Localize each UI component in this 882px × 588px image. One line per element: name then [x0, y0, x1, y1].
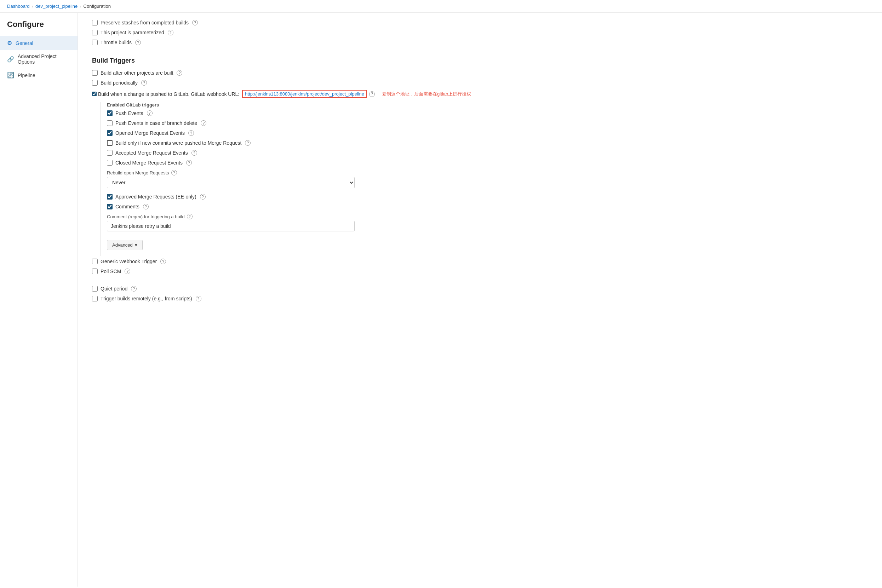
gitlab-trigger-checkbox[interactable] — [92, 92, 97, 96]
generic-webhook-row: Generic Webhook Trigger ? — [92, 259, 868, 264]
opened-merge-request-row: Opened Merge Request Events ? — [107, 130, 868, 136]
build-periodically-checkbox[interactable] — [92, 80, 98, 86]
parameterized-label: This project is parameterized — [101, 30, 164, 35]
preserve-stashes-help-icon[interactable]: ? — [192, 20, 198, 26]
push-events-branch-delete-help-icon[interactable]: ? — [201, 120, 206, 126]
comments-label: Comments — [116, 204, 140, 210]
comment-regex-input[interactable] — [107, 221, 355, 231]
build-after-row: Build after other projects are built ? — [92, 70, 868, 76]
breadcrumb-dashboard[interactable]: Dashboard — [7, 3, 30, 9]
accepted-merge-request-help-icon[interactable]: ? — [191, 150, 197, 156]
quiet-period-help-icon[interactable]: ? — [131, 286, 137, 291]
accepted-merge-request-label: Accepted Merge Request Events — [116, 150, 188, 156]
poll-scm-checkbox[interactable] — [92, 268, 98, 274]
comments-help-icon[interactable]: ? — [143, 204, 149, 210]
comments-checkbox[interactable] — [107, 204, 113, 210]
closed-merge-request-label: Closed Merge Request Events — [116, 160, 183, 166]
throttle-builds-label: Throttle builds — [101, 40, 132, 45]
sidebar-item-general[interactable]: ⚙ General — [0, 36, 78, 50]
build-periodically-help-icon[interactable]: ? — [141, 80, 147, 86]
comment-regex-help-icon[interactable]: ? — [187, 214, 192, 219]
main-content: Preserve stashes from completed builds ?… — [78, 13, 882, 586]
generic-webhook-checkbox[interactable] — [92, 259, 98, 264]
preserve-stashes-label: Preserve stashes from completed builds — [101, 20, 189, 26]
breadcrumb: Dashboard › dev_project_pipeline › Confi… — [0, 0, 882, 13]
preserve-stashes-checkbox[interactable] — [92, 20, 98, 26]
push-events-label: Push Events — [116, 110, 143, 116]
gitlab-webhook-url[interactable]: http://jenkins113:8080/jenkins/project/d… — [242, 90, 367, 98]
build-after-checkbox[interactable] — [92, 70, 98, 76]
sidebar-label-pipeline: Pipeline — [18, 72, 35, 78]
enabled-gitlab-triggers-title: Enabled GitLab triggers — [107, 102, 868, 108]
rebuild-open-merge-requests-group: Rebuild open Merge Requests ? Never On p… — [107, 170, 868, 188]
opened-merge-request-checkbox[interactable] — [107, 130, 113, 136]
generic-webhook-help-icon[interactable]: ? — [160, 259, 166, 264]
approved-merge-requests-help-icon[interactable]: ? — [200, 194, 206, 200]
push-events-branch-delete-label: Push Events in case of branch delete — [116, 120, 197, 126]
trigger-builds-remotely-checkbox[interactable] — [92, 296, 98, 302]
advanced-button-label: Advanced — [112, 242, 133, 248]
build-only-new-commits-checkbox[interactable] — [107, 140, 113, 146]
build-periodically-row: Build periodically ? — [92, 80, 868, 86]
rebuild-open-merge-requests-select[interactable]: Never On push On push to source branch — [107, 177, 355, 188]
link-icon: 🔗 — [7, 56, 14, 63]
quiet-period-checkbox[interactable] — [92, 286, 98, 291]
gitlab-trigger-label: Build when a change is pushed to GitLab.… — [98, 91, 239, 97]
sidebar-label-advanced: Advanced Project Options — [18, 53, 71, 65]
approved-merge-requests-checkbox[interactable] — [107, 194, 113, 200]
build-only-new-commits-row: Build only if new commits were pushed to… — [107, 140, 868, 146]
build-periodically-label: Build periodically — [101, 80, 138, 86]
quiet-period-label: Quiet period — [101, 286, 128, 291]
generic-webhook-label: Generic Webhook Trigger — [101, 259, 157, 264]
push-events-branch-delete-row: Push Events in case of branch delete ? — [107, 120, 868, 126]
closed-merge-request-checkbox[interactable] — [107, 160, 113, 166]
push-events-checkbox[interactable] — [107, 110, 113, 116]
parameterized-row: This project is parameterized ? — [92, 30, 868, 35]
breadcrumb-current: Configuration — [84, 3, 111, 9]
comment-regex-label: Comment (regex) for triggering a build ? — [107, 214, 868, 219]
rebuild-open-merge-requests-label: Rebuild open Merge Requests ? — [107, 170, 868, 176]
gitlab-trigger-note: 复制这个地址，后面需要在gitlab上进行授权 — [382, 91, 471, 97]
opened-merge-request-help-icon[interactable]: ? — [188, 130, 194, 136]
preserve-stashes-row: Preserve stashes from completed builds ? — [92, 20, 868, 26]
comments-row: Comments ? — [107, 204, 868, 210]
advanced-button[interactable]: Advanced ▾ — [107, 240, 143, 250]
enabled-gitlab-triggers-section: Enabled GitLab triggers Push Events ? Pu… — [101, 102, 868, 256]
pipeline-icon: 🔄 — [7, 72, 14, 78]
gear-icon: ⚙ — [7, 40, 12, 46]
poll-scm-help-icon[interactable]: ? — [125, 268, 130, 274]
sidebar: Configure ⚙ General 🔗 Advanced Project O… — [0, 13, 78, 586]
poll-scm-row: Poll SCM ? — [92, 268, 868, 274]
build-only-new-commits-help-icon[interactable]: ? — [245, 140, 251, 146]
trigger-builds-remotely-label: Trigger builds remotely (e.g., from scri… — [101, 296, 192, 302]
breadcrumb-sep-2: › — [80, 3, 81, 9]
throttle-builds-checkbox[interactable] — [92, 40, 98, 45]
sidebar-item-advanced-project-options[interactable]: 🔗 Advanced Project Options — [0, 50, 78, 68]
closed-merge-request-row: Closed Merge Request Events ? — [107, 160, 868, 166]
push-events-help-icon[interactable]: ? — [147, 110, 153, 116]
sidebar-title: Configure — [0, 20, 78, 36]
throttle-builds-help-icon[interactable]: ? — [135, 40, 141, 45]
divider-2 — [92, 280, 868, 280]
build-triggers-title: Build Triggers — [92, 57, 868, 64]
accepted-merge-request-checkbox[interactable] — [107, 150, 113, 156]
breadcrumb-sep-1: › — [32, 3, 33, 9]
push-events-branch-delete-checkbox[interactable] — [107, 120, 113, 126]
approved-merge-requests-row: Approved Merge Requests (EE-only) ? — [107, 194, 868, 200]
parameterized-help-icon[interactable]: ? — [168, 30, 173, 35]
breadcrumb-project[interactable]: dev_project_pipeline — [35, 3, 78, 9]
build-after-help-icon[interactable]: ? — [177, 70, 182, 76]
sidebar-item-pipeline[interactable]: 🔄 Pipeline — [0, 68, 78, 82]
gitlab-trigger-help-icon[interactable]: ? — [369, 91, 375, 97]
build-only-new-commits-label: Build only if new commits were pushed to… — [116, 140, 241, 146]
parameterized-checkbox[interactable] — [92, 30, 98, 35]
gitlab-trigger-row: Build when a change is pushed to GitLab.… — [92, 90, 868, 98]
sidebar-label-general: General — [16, 40, 33, 46]
rebuild-open-merge-requests-help-icon[interactable]: ? — [171, 170, 177, 176]
watermark: CSDN @正达 — [0, 586, 882, 588]
build-after-label: Build after other projects are built — [101, 70, 173, 76]
push-events-row: Push Events ? — [107, 110, 868, 116]
closed-merge-request-help-icon[interactable]: ? — [186, 160, 192, 166]
throttle-builds-row: Throttle builds ? — [92, 40, 868, 45]
trigger-builds-remotely-help-icon[interactable]: ? — [196, 296, 201, 302]
